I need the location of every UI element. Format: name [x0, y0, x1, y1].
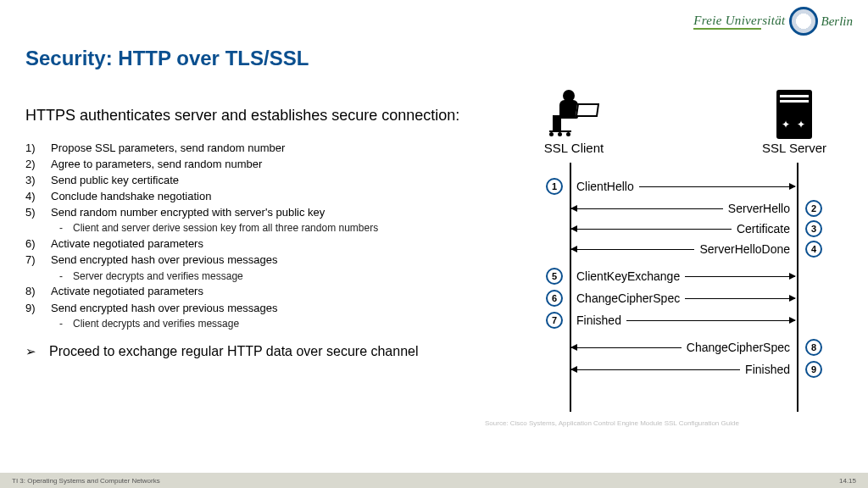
step-7: Send encrypted hash over previous messag…	[25, 252, 466, 268]
substep-9: Client decrypts and verifies message	[25, 317, 466, 331]
sequence-diagram: SSL Client ✦ ✦ SSL Server ClientHello1Se…	[485, 85, 849, 432]
logo-text-2: Berlin	[821, 14, 854, 29]
msg-text-5: ClientKeyExchange	[571, 269, 685, 283]
arrow-left-icon	[571, 347, 682, 348]
lifeline-server	[797, 163, 798, 412]
arrow-right-icon	[685, 298, 795, 299]
arrow-left-icon	[571, 369, 740, 370]
step-2: Agree to parameters, send random number	[25, 157, 466, 172]
msg-6: ChangeCipherSpec	[571, 290, 795, 307]
arrow-right-icon	[626, 320, 795, 321]
step-badge-2: 2	[805, 200, 822, 217]
arrow-left-icon	[571, 208, 723, 209]
step-badge-5: 5	[546, 268, 563, 285]
person-at-computer-icon	[519, 85, 629, 139]
step-badge-7: 7	[546, 312, 563, 329]
page-title: Security: HTTP over TLS/SSL	[25, 47, 309, 70]
server-rack-icon: ✦ ✦	[748, 85, 841, 139]
msg-text-7: Finished	[571, 313, 626, 327]
intro-text: HTTPS authenticates server and establish…	[25, 106, 466, 125]
msg-5: ClientKeyExchange	[571, 268, 795, 285]
step-6: Activate negotiated parameters	[25, 236, 466, 252]
msg-text-4: ServerHelloDone	[694, 242, 795, 256]
step-3: Send public key certificate	[25, 173, 466, 188]
server-label: SSL Server	[748, 141, 841, 155]
arrow-left-icon	[571, 249, 694, 250]
arrow-right-icon	[685, 276, 795, 277]
logo-rule	[693, 28, 761, 30]
msg-3: Certificate	[571, 220, 795, 237]
step-1: Propose SSL parameters, send random numb…	[25, 141, 466, 156]
footer-left: TI 3: Operating Systems and Computer Net…	[12, 477, 160, 485]
step-4: Conclude handshake negotiation	[25, 189, 466, 204]
msg-text-1: ClientHello	[571, 180, 639, 193]
footer-bar: TI 3: Operating Systems and Computer Net…	[0, 473, 868, 488]
client-label: SSL Client	[519, 141, 629, 155]
arrow-right-icon	[639, 186, 795, 187]
msg-2: ServerHello	[571, 200, 795, 217]
msg-text-9: Finished	[740, 363, 795, 376]
step-badge-4: 4	[805, 241, 822, 258]
step-badge-6: 6	[546, 290, 563, 307]
logo-text-1: Freie Universität	[693, 14, 785, 27]
msg-text-8: ChangeCipherSpec	[682, 341, 795, 354]
slide: Freie Universität Berlin Security: HTTP …	[0, 0, 868, 488]
actor-client: SSL Client	[519, 85, 629, 155]
step-badge-3: 3	[805, 220, 822, 237]
footer-right: 14.15	[839, 477, 856, 485]
msg-text-2: ServerHello	[723, 202, 795, 215]
step-badge-8: 8	[805, 339, 822, 356]
msg-8: ChangeCipherSpec	[571, 339, 795, 356]
msg-7: Finished	[571, 312, 795, 329]
msg-text-3: Certificate	[732, 222, 795, 236]
step-5: Send random number encrypted with server…	[25, 205, 466, 220]
diagram-source: Source: Cisco Systems, Application Contr…	[485, 419, 849, 427]
substep-5: Client and server derive session key fro…	[25, 221, 466, 236]
proceed-text: Proceed to exchange regular HTTP data ov…	[25, 343, 466, 361]
msg-4: ServerHelloDone	[571, 241, 795, 258]
msg-text-6: ChangeCipherSpec	[571, 291, 685, 305]
msg-1: ClientHello	[571, 178, 795, 195]
msg-9: Finished	[571, 361, 795, 378]
university-logo: Freie Universität Berlin	[693, 7, 853, 36]
substep-7: Server decrypts and verifies message	[25, 269, 466, 284]
body-text: HTTPS authenticates server and establish…	[25, 106, 466, 360]
steps-list: Propose SSL parameters, send random numb…	[25, 141, 466, 331]
step-8: Activate negotiated parameters	[25, 284, 466, 299]
step-badge-1: 1	[546, 178, 563, 195]
arrow-left-icon	[571, 229, 732, 230]
step-9: Send encrypted hash over previous messag…	[25, 301, 466, 316]
step-badge-9: 9	[805, 361, 822, 378]
actor-server: ✦ ✦ SSL Server	[748, 85, 841, 155]
seal-icon	[789, 7, 818, 36]
